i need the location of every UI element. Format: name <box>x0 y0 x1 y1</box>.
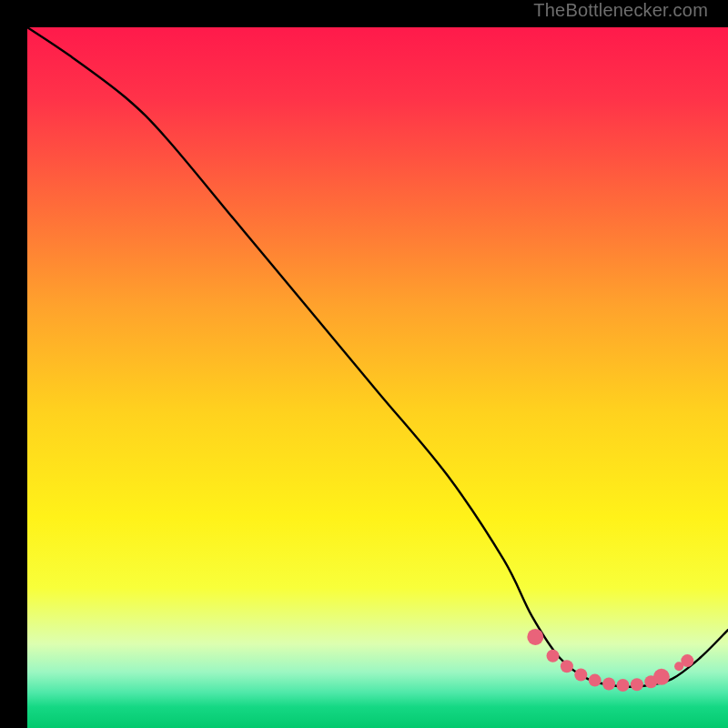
highlight-dot <box>681 654 693 667</box>
highlight-dot <box>547 650 560 662</box>
highlight-dot <box>574 669 587 682</box>
chart-frame <box>14 14 714 714</box>
highlight-dot <box>617 679 630 692</box>
highlight-dot <box>631 678 643 691</box>
gradient-background <box>27 27 728 728</box>
highlight-dot <box>561 660 573 672</box>
highlight-dot <box>653 669 670 685</box>
highlight-dot <box>527 629 543 645</box>
highlight-dot <box>602 678 615 691</box>
highlight-dot <box>589 674 602 687</box>
attribution-text: TheBottlenecker.com <box>533 0 708 21</box>
bottleneck-chart <box>27 27 728 728</box>
